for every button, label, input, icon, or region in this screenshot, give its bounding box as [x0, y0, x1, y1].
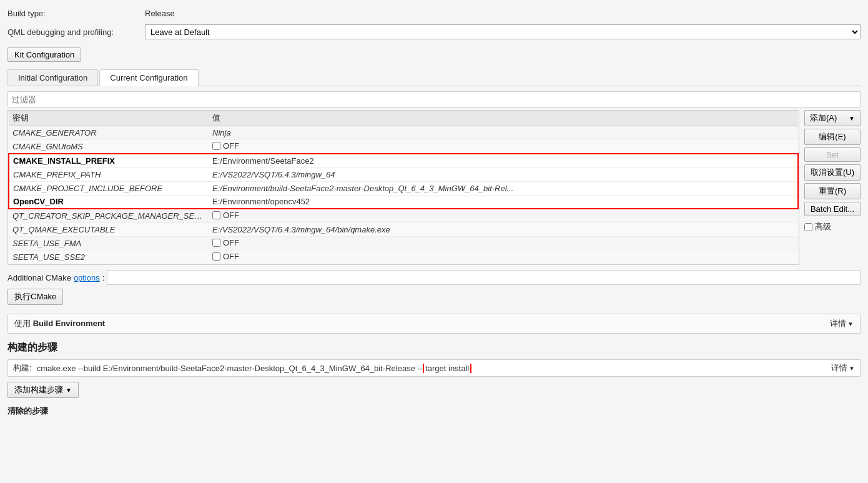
val-cell: E:/VS2022/VSQT/6.4.3/mingw_64/bin/qmake.…	[209, 223, 798, 237]
qml-label: QML debugging and profiling:	[7, 27, 145, 37]
build-step-row: 构建: cmake.exe --build E:/Environment/bui…	[7, 359, 861, 377]
build-env-section: 使用 Build Environment 详情 ▼	[7, 314, 861, 334]
table-section: 密钥 值 CMAKE_GENERATORNinjaCMAKE_GNUtoMSOF…	[7, 110, 861, 265]
add-button[interactable]: 添加(A) ▼	[804, 110, 861, 126]
advanced-row: 高级	[804, 221, 861, 232]
key-cell: QT_CREATOR_SKIP_PACKAGE_MANAGER_SETUP	[9, 209, 209, 223]
build-env-detail-button[interactable]: 详情 ▼	[830, 318, 854, 329]
table-row[interactable]: QT_QMAKE_EXECUTABLEE:/VS2022/VSQT/6.4.3/…	[9, 223, 798, 237]
build-step-value: cmake.exe --build E:/Environment/build-S…	[37, 364, 826, 373]
build-env-bold: Build Environment	[33, 319, 106, 328]
add-label: 添加(A)	[810, 112, 837, 124]
row-checkbox[interactable]	[212, 252, 220, 261]
filter-row	[7, 91, 861, 107]
additional-cmake-label: Additional CMake	[7, 273, 71, 282]
val-cell: E:/Environment/build-SeetaFace2-master-D…	[209, 181, 798, 195]
set-button[interactable]: Set	[804, 147, 861, 162]
table-row[interactable]: CMAKE_GNUtoMSOFF	[9, 140, 798, 154]
chevron-down-icon-2: ▼	[849, 365, 855, 372]
row-checkbox[interactable]	[212, 239, 220, 247]
batch-edit-button[interactable]: Batch Edit...	[804, 202, 861, 216]
clean-steps-label: 清除的步骤	[7, 406, 861, 417]
key-cell: CMAKE_GNUtoMS	[9, 140, 209, 154]
right-buttons-panel: 添加(A) ▼ 编辑(E) Set 取消设置(U) 重置(R) Batch Ed…	[804, 110, 861, 265]
cmake-table-wrapper: 密钥 值 CMAKE_GENERATORNinjaCMAKE_GNUtoMSOF…	[7, 110, 799, 265]
build-step-text: cmake.exe --build E:/Environment/build-S…	[37, 364, 423, 373]
kit-config-button[interactable]: Kit Configuration	[7, 47, 81, 62]
build-step-detail-button[interactable]: 详情 ▼	[831, 362, 855, 374]
dropdown-arrow-icon: ▼	[66, 387, 72, 394]
key-cell: SEETA_USE_SSE2	[9, 251, 209, 264]
detail-label: 详情	[830, 318, 846, 329]
key-cell: CMAKE_PREFIX_PATH	[9, 167, 209, 181]
key-cell: SEETA_USE_FMA	[9, 237, 209, 251]
tab-current-configuration[interactable]: Current Configuration	[99, 69, 198, 86]
key-cell: CMAKE_INSTALL_PREFIX	[9, 154, 209, 167]
edit-button[interactable]: 编辑(E)	[804, 129, 861, 145]
tab-initial-configuration[interactable]: Initial Configuration	[7, 69, 98, 86]
additional-cmake-row: Additional CMake options :	[7, 270, 861, 285]
table-row[interactable]: SEETA_USE_FMAOFF	[9, 237, 798, 251]
build-step-prefix: 构建:	[13, 362, 32, 374]
build-env-label: 使用 Build Environment	[14, 318, 105, 329]
qml-row: QML debugging and profiling: Leave at De…	[7, 24, 861, 40]
chevron-down-icon: ▼	[847, 321, 854, 327]
table-row[interactable]: CMAKE_PROJECT_INCLUDE_BEFOREE:/Environme…	[9, 181, 798, 195]
key-cell: CMAKE_PROJECT_INCLUDE_BEFORE	[9, 181, 209, 195]
key-cell: QT_QMAKE_EXECUTABLE	[9, 223, 209, 237]
add-build-step-button[interactable]: 添加构建步骤 ▼	[7, 382, 79, 398]
table-row[interactable]: CMAKE_GENERATORNinja	[9, 126, 798, 140]
additional-cmake-input[interactable]	[107, 270, 861, 285]
build-type-row: Build type: Release	[7, 5, 861, 21]
val-cell: OFF	[209, 140, 798, 154]
val-cell: E:/Environment/SeetaFace2	[209, 154, 798, 167]
colon-text: :	[102, 273, 105, 282]
tabs-row: Initial Configuration Current Configurat…	[7, 69, 861, 86]
val-cell: Ninja	[209, 126, 798, 140]
val-cell: OFF	[209, 237, 798, 251]
qml-value-wrapper: Leave at Default	[145, 24, 861, 39]
col-header-key: 密钥	[9, 111, 209, 126]
target-install-highlight: target install	[423, 364, 471, 373]
options-link[interactable]: options	[74, 273, 100, 282]
qml-select[interactable]: Leave at Default	[145, 24, 861, 39]
add-build-step-label: 添加构建步骤	[14, 384, 63, 396]
reset-button[interactable]: 重置(R)	[804, 183, 861, 199]
val-cell: OFF	[209, 251, 798, 264]
table-row[interactable]: CMAKE_INSTALL_PREFIXE:/Environment/Seeta…	[9, 154, 798, 167]
build-steps-heading: 构建的步骤	[7, 341, 861, 354]
build-type-label: Build type:	[7, 9, 145, 18]
advanced-label: 高级	[815, 221, 831, 232]
table-row[interactable]: QT_CREATOR_SKIP_PACKAGE_MANAGER_SETUPOFF	[9, 209, 798, 223]
table-row[interactable]: OpenCV_DIRE:/Environment/opencv452	[9, 195, 798, 209]
table-row[interactable]: CMAKE_PREFIX_PATHE:/VS2022/VSQT/6.4.3/mi…	[9, 167, 798, 181]
exec-cmake-button[interactable]: 执行CMake	[7, 289, 63, 305]
cmake-table: 密钥 值 CMAKE_GENERATORNinjaCMAKE_GNUtoMSOF…	[8, 111, 799, 264]
build-env-prefix: 使用	[14, 319, 31, 328]
row-checkbox[interactable]	[212, 142, 220, 150]
table-row[interactable]: SEETA_USE_SSE2OFF	[9, 251, 798, 264]
key-cell: CMAKE_GENERATOR	[9, 126, 209, 140]
advanced-checkbox[interactable]	[804, 223, 812, 231]
add-dropdown-icon: ▼	[849, 115, 855, 122]
val-cell: OFF	[209, 209, 798, 223]
val-cell: E:/VS2022/VSQT/6.4.3/mingw_64	[209, 167, 798, 181]
main-container: Build type: Release QML debugging and pr…	[0, 0, 868, 483]
col-header-val: 值	[209, 111, 798, 126]
row-checkbox[interactable]	[212, 211, 220, 219]
filter-input[interactable]	[7, 91, 861, 107]
key-cell: OpenCV_DIR	[9, 195, 209, 209]
add-build-step-row: 添加构建步骤 ▼	[7, 379, 861, 401]
unset-button[interactable]: 取消设置(U)	[804, 164, 861, 181]
build-detail-label: 详情	[831, 362, 847, 374]
kit-config-row: Kit Configuration	[7, 44, 861, 66]
val-cell: E:/Environment/opencv452	[209, 195, 798, 209]
build-type-value: Release	[145, 9, 861, 18]
